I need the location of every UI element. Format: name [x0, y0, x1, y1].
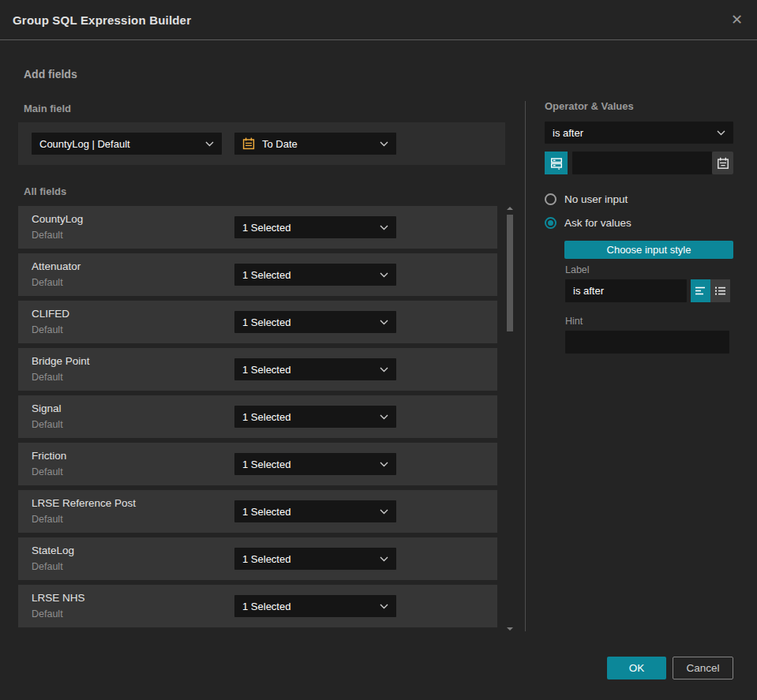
field-name: Bridge Point [32, 355, 90, 367]
calendar-icon [717, 157, 729, 170]
field-selected-dropdown[interactable]: 1 Selected [234, 406, 396, 428]
field-sublabel: Default [32, 419, 63, 430]
field-sublabel: Default [32, 514, 63, 525]
fields-scrollbar[interactable] [504, 204, 515, 634]
label-field-label: Label [565, 264, 590, 275]
align-left-icon [695, 286, 706, 296]
field-sublabel: Default [32, 466, 63, 477]
field-sublabel: Default [32, 324, 63, 335]
operator-select[interactable]: is after [545, 122, 733, 144]
radio-no-user-input[interactable]: No user input [545, 193, 628, 205]
chevron-down-icon [380, 141, 388, 147]
field-sublabel: Default [32, 608, 63, 620]
field-sublabel: Default [32, 230, 63, 241]
field-row[interactable]: StateLog Default 1 Selected [18, 537, 497, 580]
chevron-down-icon [380, 604, 388, 609]
list-icon [714, 286, 726, 296]
field-name: CLIFED [32, 308, 69, 320]
all-fields-label: All fields [24, 185, 66, 197]
hint-field-label: Hint [565, 316, 583, 327]
label-input[interactable] [565, 279, 687, 302]
field-row[interactable]: Attenuator Default 1 Selected [18, 253, 497, 296]
main-field-label: Main field [24, 103, 71, 114]
main-field-type-value: To Date [262, 138, 373, 150]
chevron-down-icon [717, 130, 725, 136]
chevron-down-icon [380, 509, 388, 515]
chevron-down-icon [380, 556, 388, 562]
operator-values-heading: Operator & Values [545, 100, 634, 112]
radio-unselected-icon [545, 193, 557, 205]
field-selected-dropdown[interactable]: 1 Selected [234, 548, 396, 570]
chevron-down-icon [380, 272, 388, 278]
date-value-input[interactable] [572, 152, 712, 174]
hint-input[interactable] [565, 331, 729, 354]
field-row[interactable]: LRSE NHS Default 1 Selected [18, 585, 497, 627]
chevron-down-icon [380, 225, 388, 230]
field-name: Signal [32, 402, 62, 414]
field-name: Friction [32, 450, 66, 462]
field-name: Attenuator [32, 260, 81, 272]
field-row[interactable]: Bridge Point Default 1 Selected [18, 348, 497, 391]
main-field-select[interactable]: CountyLog | Default [32, 133, 222, 155]
field-row[interactable]: CLIFED Default 1 Selected [18, 301, 497, 343]
radio-ask-for-values[interactable]: Ask for values [545, 217, 631, 229]
field-sublabel: Default [32, 561, 63, 572]
field-selected-dropdown[interactable]: 1 Selected [234, 453, 396, 475]
chevron-down-icon [380, 320, 388, 325]
scroll-up-icon[interactable] [507, 207, 513, 210]
field-name: StateLog [32, 545, 74, 556]
chevron-down-icon [380, 414, 388, 420]
label-style-single-button[interactable] [691, 279, 710, 302]
field-sublabel: Default [32, 372, 63, 383]
radio-selected-icon [545, 217, 557, 229]
field-selected-dropdown[interactable]: 1 Selected [234, 500, 396, 522]
main-field-panel: CountyLog | Default To Date [18, 122, 505, 165]
group-sql-expression-builder-dialog: Group SQL Expression Builder ✕ Add field… [0, 0, 757, 700]
field-selected-dropdown[interactable]: 1 Selected [234, 311, 396, 333]
dialog-header: Group SQL Expression Builder ✕ [0, 0, 757, 40]
vertical-divider [525, 101, 526, 631]
add-fields-heading: Add fields [24, 68, 77, 80]
field-selected-dropdown[interactable]: 1 Selected [234, 264, 396, 286]
field-name: LRSE NHS [32, 592, 85, 604]
cancel-button[interactable]: Cancel [673, 657, 733, 679]
chevron-down-icon [205, 141, 214, 147]
field-row[interactable]: LRSE Reference Post Default 1 Selected [18, 490, 497, 533]
chevron-down-icon [380, 462, 388, 467]
scroll-down-icon[interactable] [507, 627, 513, 631]
main-field-select-value: CountyLog | Default [39, 138, 199, 150]
calendar-icon [242, 137, 255, 150]
field-selected-dropdown[interactable]: 1 Selected [234, 216, 396, 238]
main-field-type-select[interactable]: To Date [234, 133, 396, 155]
field-row[interactable]: CountyLog Default 1 Selected [18, 206, 497, 249]
field-selected-dropdown[interactable]: 1 Selected [234, 595, 396, 617]
label-style-list-button[interactable] [710, 279, 730, 302]
operator-select-value: is after [553, 127, 710, 139]
date-picker-button[interactable] [712, 152, 733, 174]
dialog-title: Group SQL Expression Builder [13, 13, 191, 27]
field-row[interactable]: Signal Default 1 Selected [18, 395, 497, 438]
field-selected-dropdown[interactable]: 1 Selected [234, 358, 396, 380]
close-icon[interactable]: ✕ [731, 13, 743, 27]
all-fields-list: CountyLog Default 1 Selected Attenuator … [18, 206, 497, 632]
field-name: CountyLog [32, 213, 83, 225]
ok-button[interactable]: OK [607, 657, 666, 679]
field-row[interactable]: Friction Default 1 Selected [18, 443, 497, 485]
field-sublabel: Default [32, 277, 63, 288]
value-source-button[interactable] [545, 152, 568, 174]
stack-values-icon [549, 156, 564, 170]
scrollbar-thumb[interactable] [507, 215, 513, 331]
field-name: LRSE Reference Post [32, 497, 136, 509]
chevron-down-icon [380, 367, 388, 372]
choose-input-style-button[interactable]: Choose input style [564, 241, 733, 259]
